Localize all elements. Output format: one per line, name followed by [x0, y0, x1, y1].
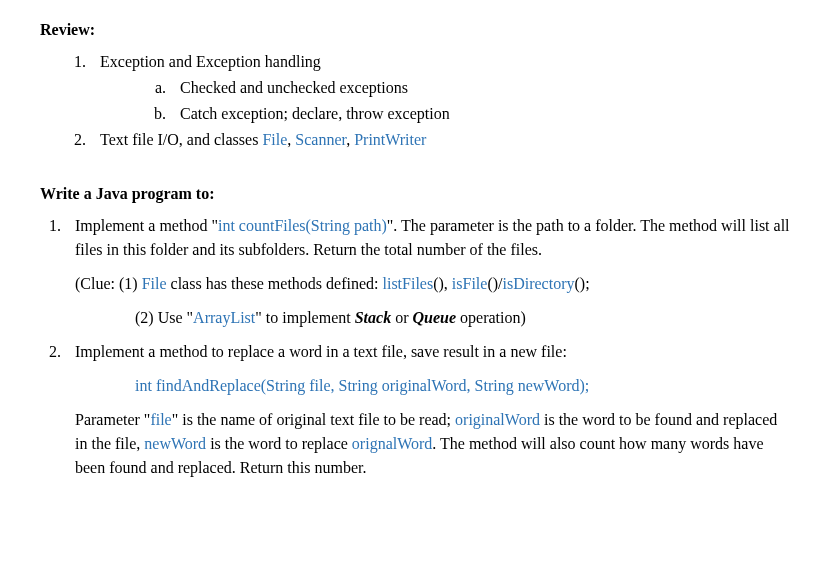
- text: or: [391, 309, 412, 326]
- method-isfile: isFile: [452, 275, 488, 292]
- write-1-para1: Implement a method "int countFiles(Strin…: [75, 214, 792, 262]
- text: " to implement: [255, 309, 354, 326]
- text: (2) Use ": [135, 309, 193, 326]
- review-item-1-text: Exception and Exception handling: [100, 53, 321, 70]
- write-item-2: Implement a method to replace a word in …: [65, 340, 792, 480]
- param-file: file: [150, 411, 171, 428]
- text: (Clue: (1): [75, 275, 142, 292]
- text: Implement a method ": [75, 217, 218, 234]
- term-stack: Stack: [355, 309, 391, 326]
- param-orignalword: orignalWord: [352, 435, 432, 452]
- link-file: File: [262, 131, 287, 148]
- sep: ,: [346, 131, 354, 148]
- review-heading: Review:: [40, 18, 792, 42]
- method-isdirectory: isDirectory: [503, 275, 575, 292]
- review-sublist: Checked and unchecked exceptions Catch e…: [100, 76, 792, 126]
- param-originalword: originalWord: [455, 411, 540, 428]
- write-item-1: Implement a method "int countFiles(Strin…: [65, 214, 792, 330]
- method-listfiles: listFiles: [383, 275, 434, 292]
- param-newword: newWord: [144, 435, 206, 452]
- review-item-1: Exception and Exception handling Checked…: [90, 50, 792, 126]
- text: is the word to replace: [206, 435, 352, 452]
- link-arraylist: ArrayList: [193, 309, 255, 326]
- text: (),: [433, 275, 452, 292]
- link-printwriter: PrintWriter: [354, 131, 426, 148]
- text: ();: [575, 275, 590, 292]
- text: class has these methods defined:: [167, 275, 383, 292]
- review-sub-b: Catch exception; declare, throw exceptio…: [170, 102, 792, 126]
- method-findandreplace: int findAndReplace(String file, String o…: [135, 374, 792, 398]
- term-queue: Queue: [412, 309, 456, 326]
- write-2-para2: Parameter "file" is the name of original…: [75, 408, 792, 480]
- write-list: Implement a method "int countFiles(Strin…: [40, 214, 792, 480]
- review-sub-a: Checked and unchecked exceptions: [170, 76, 792, 100]
- review-list: Exception and Exception handling Checked…: [40, 50, 792, 152]
- write-1-clue2: (2) Use "ArrayList" to implement Stack o…: [135, 306, 792, 330]
- write-1-clue1: (Clue: (1) File class has these methods …: [75, 272, 792, 296]
- write-2-para1: Implement a method to replace a word in …: [75, 340, 792, 364]
- write-heading: Write a Java program to:: [40, 182, 792, 206]
- review-item-2-prefix: Text file I/O, and classes: [100, 131, 262, 148]
- review-item-2: Text file I/O, and classes File, Scanner…: [90, 128, 792, 152]
- text: Parameter ": [75, 411, 150, 428]
- text: ()/: [487, 275, 502, 292]
- text: " is the name of original text file to b…: [172, 411, 455, 428]
- link-file: File: [142, 275, 167, 292]
- link-scanner: Scanner: [295, 131, 346, 148]
- text: operation): [456, 309, 526, 326]
- method-countfiles: int countFiles(String path): [218, 217, 387, 234]
